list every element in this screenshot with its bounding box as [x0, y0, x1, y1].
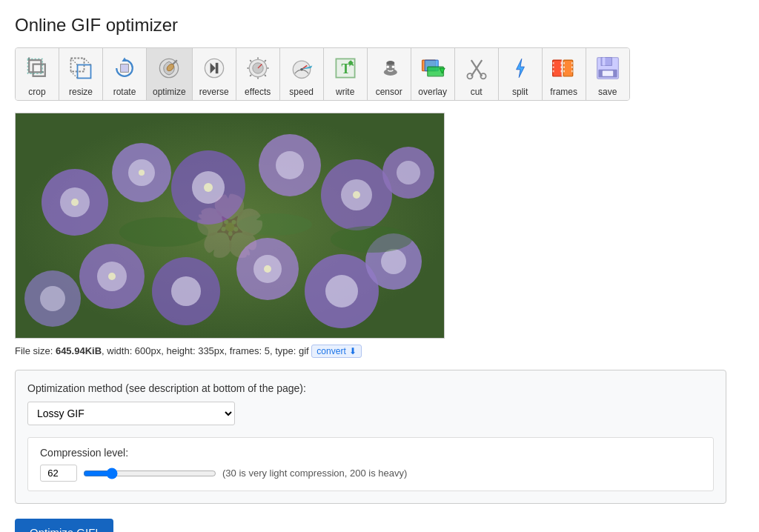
tool-split-label: split — [512, 87, 528, 97]
rotate-icon — [109, 53, 140, 84]
reverse-icon — [199, 53, 230, 84]
censor-icon — [374, 53, 405, 84]
file-meta: , width: 600px, height: 335px, frames: 5… — [102, 345, 309, 356]
svg-line-7 — [71, 59, 78, 65]
convert-label: convert — [316, 346, 345, 356]
optimize-icon — [153, 53, 185, 84]
compression-hint: (30 is very light compression, 200 is he… — [222, 468, 407, 479]
svg-point-94 — [40, 286, 65, 311]
svg-point-97 — [331, 226, 412, 253]
cut-icon — [461, 53, 492, 84]
compression-slider[interactable] — [83, 468, 216, 479]
svg-point-100 — [353, 191, 360, 199]
tool-resize-label: resize — [69, 87, 93, 97]
tool-write-label: write — [336, 87, 354, 97]
toolbar: crop resize rotate — [15, 47, 630, 101]
svg-point-40 — [386, 65, 389, 68]
gif-preview — [15, 113, 445, 339]
tool-frames-label: frames — [550, 87, 577, 97]
tool-effects[interactable]: effects — [236, 48, 280, 100]
file-size-value: 645.94KiB — [56, 345, 102, 356]
optimization-method-select[interactable]: Lossy GIF Optimize Optimize (max quality… — [27, 402, 235, 425]
tool-crop[interactable]: crop — [16, 48, 59, 100]
tool-rotate[interactable]: rotate — [103, 48, 147, 100]
tool-split[interactable]: split — [499, 48, 543, 100]
resize-icon — [65, 53, 96, 84]
tool-overlay-label: overlay — [418, 87, 447, 97]
tool-censor-label: censor — [376, 87, 402, 97]
svg-point-98 — [71, 199, 79, 206]
svg-point-102 — [264, 265, 271, 273]
svg-rect-62 — [571, 66, 573, 68]
svg-point-99 — [204, 183, 213, 192]
svg-line-23 — [265, 75, 266, 76]
tool-save[interactable]: save — [586, 48, 629, 100]
svg-rect-54 — [552, 70, 554, 73]
tool-speed[interactable]: speed — [280, 48, 324, 100]
svg-marker-10 — [122, 58, 127, 61]
tool-reverse-label: reverse — [199, 87, 229, 97]
svg-rect-59 — [563, 66, 565, 68]
svg-point-96 — [238, 213, 312, 236]
file-info: File size: 645.94KiB, width: 600px, heig… — [15, 345, 744, 358]
tool-rotate-label: rotate — [113, 87, 136, 97]
svg-point-31 — [300, 68, 303, 71]
svg-rect-69 — [602, 71, 612, 76]
svg-line-8 — [84, 59, 91, 65]
overlay-icon — [417, 53, 448, 84]
tool-censor[interactable]: censor — [368, 48, 411, 100]
optimize-gif-button[interactable]: Optimize GIF! — [15, 519, 113, 532]
write-icon: T — [330, 53, 361, 84]
tool-cut[interactable]: cut — [455, 48, 499, 100]
svg-rect-1 — [33, 64, 45, 76]
svg-point-103 — [139, 170, 145, 176]
tool-resize[interactable]: resize — [59, 48, 103, 100]
svg-point-39 — [386, 61, 394, 64]
svg-rect-63 — [571, 70, 573, 73]
svg-point-82 — [397, 161, 420, 184]
svg-rect-60 — [563, 70, 565, 73]
svg-point-78 — [276, 151, 304, 179]
tool-crop-label: crop — [28, 87, 45, 97]
effects-icon — [242, 53, 274, 84]
svg-rect-50 — [552, 60, 562, 76]
svg-point-41 — [391, 65, 394, 68]
compression-label: Compression level: — [40, 447, 701, 459]
svg-rect-53 — [552, 66, 554, 68]
optimization-panel: Optimization method (see description at … — [15, 370, 726, 504]
tool-overlay[interactable]: overlay — [411, 48, 455, 100]
speed-icon — [286, 53, 317, 84]
tool-speed-label: speed — [289, 87, 314, 97]
svg-point-86 — [171, 276, 201, 306]
svg-rect-61 — [571, 62, 573, 64]
svg-rect-58 — [563, 62, 565, 64]
file-size-prefix: File size: — [15, 345, 56, 356]
svg-line-9 — [71, 72, 78, 79]
compression-section: Compression level: (30 is very light com… — [27, 437, 714, 491]
svg-line-25 — [250, 75, 251, 76]
tool-write[interactable]: T write — [324, 48, 368, 100]
optimization-method-label: Optimization method (see description at … — [27, 382, 714, 394]
compression-value-input[interactable] — [40, 465, 77, 482]
tool-effects-label: effects — [245, 87, 271, 97]
svg-point-92 — [381, 249, 406, 274]
svg-rect-52 — [552, 62, 554, 64]
svg-line-21 — [265, 60, 266, 61]
svg-rect-4 — [27, 59, 42, 73]
frames-icon — [548, 53, 580, 84]
svg-rect-51 — [563, 60, 573, 76]
tool-save-label: save — [598, 87, 617, 97]
svg-point-101 — [108, 273, 116, 280]
svg-text:T: T — [341, 61, 350, 76]
tool-frames[interactable]: frames — [543, 48, 586, 100]
download-icon: ⬇ — [349, 346, 357, 356]
svg-rect-11 — [121, 64, 129, 73]
page-title: Online GIF optimizer — [15, 15, 744, 36]
svg-point-90 — [325, 275, 358, 307]
convert-button[interactable]: convert ⬇ — [311, 345, 361, 358]
svg-point-95 — [119, 217, 208, 247]
svg-line-27 — [250, 60, 251, 61]
tool-optimize[interactable]: optimize — [147, 48, 193, 100]
tool-reverse[interactable]: reverse — [193, 48, 236, 100]
save-icon — [592, 53, 623, 84]
